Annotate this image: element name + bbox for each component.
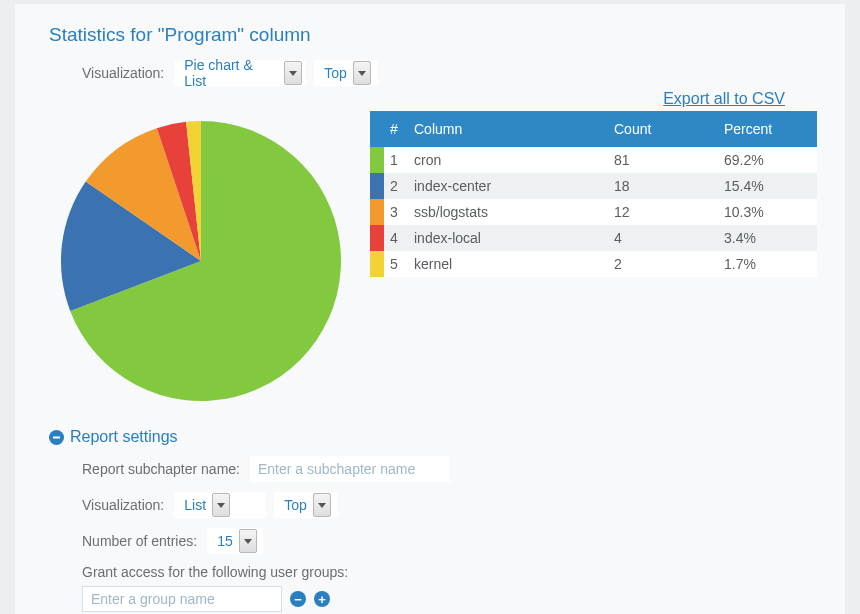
chevron-down-icon: [313, 493, 331, 517]
row-percent: 69.2%: [724, 152, 817, 168]
row-color-swatch: [370, 251, 384, 277]
collapse-icon: [49, 430, 64, 445]
row-percent: 3.4%: [724, 230, 817, 246]
user-groups-input[interactable]: [82, 586, 282, 612]
visualization-type-select[interactable]: Pie chart & List: [174, 60, 306, 86]
col-column-header: Column: [414, 121, 614, 137]
row-column: ssb/logstats: [414, 204, 614, 220]
report-settings-title: Report settings: [70, 428, 178, 446]
table-header: # Column Count Percent: [370, 111, 817, 147]
table-row: 3ssb/logstats1210.3%: [370, 199, 817, 225]
settings-visualization-label: Visualization:: [82, 497, 164, 513]
col-count-header: Count: [614, 121, 724, 137]
row-count: 18: [614, 178, 724, 194]
subchapter-name-label: Report subchapter name:: [82, 461, 240, 477]
row-count: 4: [614, 230, 724, 246]
row-column: cron: [414, 152, 614, 168]
export-csv-link[interactable]: Export all to CSV: [663, 90, 785, 108]
row-column: index-center: [414, 178, 614, 194]
chevron-down-icon: [239, 529, 257, 553]
chevron-down-icon: [212, 493, 230, 517]
row-number: 5: [384, 256, 414, 272]
table-row: 1cron8169.2%: [370, 147, 817, 173]
col-percent-header: Percent: [724, 121, 817, 137]
settings-visualization-type-select[interactable]: List: [174, 492, 266, 518]
row-number: 4: [384, 230, 414, 246]
svg-rect-0: [53, 436, 60, 438]
number-of-entries-label: Number of entries:: [82, 533, 197, 549]
settings-visualization-type-value: List: [184, 497, 206, 513]
statistics-panel: Statistics for "Program" column Visualiz…: [15, 4, 845, 614]
panel-title: Statistics for "Program" column: [49, 24, 817, 46]
visualization-label: Visualization:: [82, 65, 164, 81]
settings-visualization-order-value: Top: [284, 497, 307, 513]
report-settings: Report settings Report subchapter name: …: [49, 428, 817, 614]
visualization-type-value: Pie chart & List: [184, 57, 278, 89]
number-of-entries-select[interactable]: 15: [207, 528, 263, 554]
row-count: 2: [614, 256, 724, 272]
settings-visualization-order-select[interactable]: Top: [274, 492, 338, 518]
remove-group-button[interactable]: −: [290, 591, 306, 607]
row-color-swatch: [370, 199, 384, 225]
table-row: 5kernel21.7%: [370, 251, 817, 277]
visualization-order-value: Top: [324, 65, 347, 81]
row-number: 3: [384, 204, 414, 220]
report-settings-header[interactable]: Report settings: [49, 428, 817, 446]
row-color-swatch: [370, 147, 384, 173]
row-percent: 15.4%: [724, 178, 817, 194]
row-percent: 1.7%: [724, 256, 817, 272]
row-color-swatch: [370, 173, 384, 199]
pie-chart: [56, 116, 346, 406]
table-row: 4index-local43.4%: [370, 225, 817, 251]
number-of-entries-value: 15: [217, 533, 233, 549]
chevron-down-icon: [284, 61, 302, 85]
table-row: 2index-center1815.4%: [370, 173, 817, 199]
add-group-button[interactable]: +: [314, 591, 330, 607]
row-number: 1: [384, 152, 414, 168]
visualization-order-select[interactable]: Top: [314, 60, 378, 86]
user-groups-label: Grant access for the following user grou…: [82, 564, 807, 580]
row-column: index-local: [414, 230, 614, 246]
row-color-swatch: [370, 225, 384, 251]
subchapter-name-input[interactable]: [250, 456, 450, 482]
col-num-header: #: [384, 121, 414, 137]
chevron-down-icon: [353, 61, 371, 85]
row-column: kernel: [414, 256, 614, 272]
row-count: 12: [614, 204, 724, 220]
row-count: 81: [614, 152, 724, 168]
stats-table: # Column Count Percent 1cron8169.2%2inde…: [370, 111, 817, 277]
row-number: 2: [384, 178, 414, 194]
row-percent: 10.3%: [724, 204, 817, 220]
